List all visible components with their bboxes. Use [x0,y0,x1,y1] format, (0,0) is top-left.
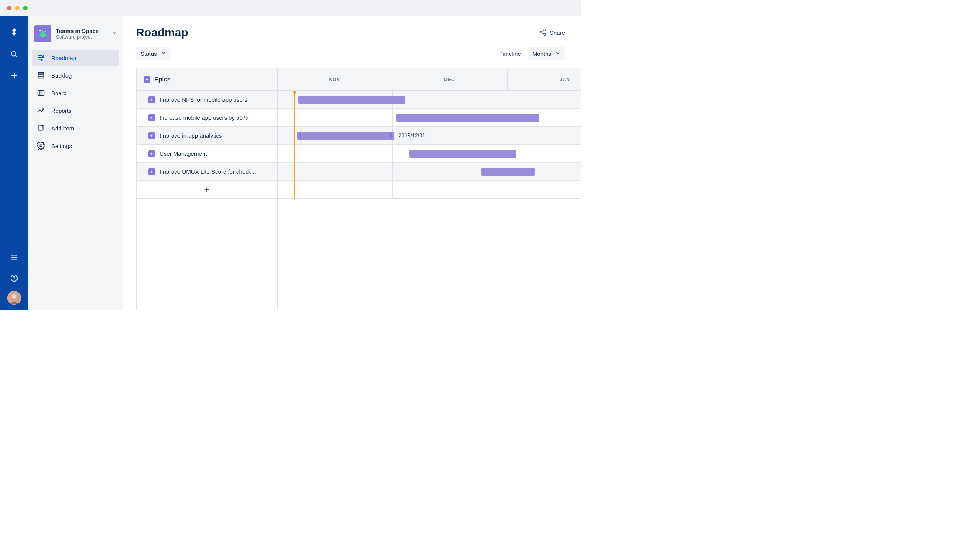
sidebar-item-reports[interactable]: Reports [32,103,119,119]
svg-point-24 [40,145,42,147]
sidebar-item-add-item[interactable]: Add item [32,120,119,136]
settings-icon [37,142,45,150]
project-sidebar: Teams in Space Software project RoadmapB… [28,16,123,310]
sidebar-item-board[interactable]: Board [32,85,119,101]
timeline-label: Timeline [500,50,521,57]
epic-icon [148,132,155,139]
gantt-row [278,145,581,163]
epic-icon [148,96,155,103]
global-nav [0,16,28,310]
timeline-scale-dropdown[interactable]: Months [528,47,565,60]
epic-row[interactable]: Improve in-app analytics [137,127,277,145]
create-icon[interactable] [7,68,22,83]
reports-icon [37,106,45,115]
gantt-row [278,109,581,127]
month-divider [508,181,508,198]
epic-bar[interactable] [396,114,539,122]
month-divider [392,181,393,198]
gantt-row [278,181,581,199]
status-label: Status [140,50,157,57]
sidebar-item-label: Roadmap [51,55,76,61]
svg-point-10 [12,294,16,299]
sidebar-item-label: Settings [51,143,72,149]
month-header-cell: NOV [278,68,392,90]
window-minimize-button[interactable] [15,6,20,10]
month-divider [392,145,393,162]
sidebar-item-settings[interactable]: Settings [32,138,119,154]
epic-row[interactable]: Improve UMUX Lite Score for check... [137,163,277,181]
page-header: Roadmap Share [136,26,581,39]
gantt-row [278,91,581,109]
board-icon [37,89,45,97]
backlog-icon [37,71,45,80]
app-window: Teams in Space Software project RoadmapB… [0,0,581,310]
project-header[interactable]: Teams in Space Software project [32,25,119,50]
sidebar-item-roadmap[interactable]: Roadmap [32,50,119,66]
page-title: Roadmap [136,26,188,39]
add-epic-button[interactable] [137,181,277,199]
project-name: Teams in Space [56,28,99,34]
svg-rect-15 [38,73,44,74]
epic-row[interactable]: Increase mobile app users by 50% [137,109,277,127]
epic-icon [144,76,150,83]
chevron-down-icon[interactable] [111,30,118,37]
epic-date-label: 2019/12/01 [399,132,425,138]
add-item-icon [37,124,45,132]
epic-label: Improve NPS for mobile app users [160,96,247,103]
search-icon[interactable] [7,47,22,62]
svg-point-25 [544,29,546,31]
project-type: Software project [56,34,99,40]
epic-bar[interactable] [297,132,394,140]
jira-logo-icon[interactable] [7,25,22,41]
month-divider [392,163,393,180]
menu-icon[interactable] [7,250,22,265]
gantt-rows: 2019/12/01 [278,91,581,199]
epic-column: Epics Improve NPS for mobile app usersIn… [137,68,278,310]
epic-bar[interactable] [409,150,516,158]
epic-label: Improve in-app analytics [160,132,222,139]
sidebar-nav-list: RoadmapBacklogBoardReportsAdd itemSettin… [32,50,119,154]
toolbar: Status Timeline Months [136,47,581,60]
timeline-column: NOVDECJAN 2019/12/01 [278,68,581,310]
svg-point-27 [544,33,546,35]
epic-bar[interactable] [481,168,535,176]
epic-row[interactable]: Improve NPS for mobile app users [137,91,277,109]
sidebar-item-label: Add item [51,125,74,132]
epic-column-header: Epics [137,68,277,91]
svg-rect-16 [38,75,44,76]
roadmap-icon [37,54,45,62]
epic-label: Improve UMUX Lite Score for check... [160,168,256,175]
svg-point-13 [42,55,44,57]
app-body: Teams in Space Software project RoadmapB… [0,16,581,310]
epic-label: Increase mobile app users by 50% [160,114,248,121]
status-filter-dropdown[interactable]: Status [136,47,171,60]
timeline-header: NOVDECJAN [278,68,581,91]
epic-header-label: Epics [154,76,171,83]
svg-point-26 [540,31,542,33]
timeline-controls: Timeline Months [500,47,565,60]
chevron-down-icon [555,50,560,57]
share-icon [539,28,547,37]
epic-bar[interactable] [298,96,405,104]
svg-rect-18 [38,91,44,96]
user-avatar[interactable] [7,291,21,305]
sidebar-item-label: Backlog [51,72,72,79]
share-button[interactable]: Share [539,28,565,37]
sidebar-item-backlog[interactable]: Backlog [32,67,119,83]
svg-line-28 [542,30,544,31]
epic-row[interactable]: User Management [137,145,277,163]
roadmap-grid: Epics Improve NPS for mobile app usersIn… [136,68,581,310]
help-icon[interactable] [7,270,22,286]
today-marker-dot [293,91,296,94]
share-label: Share [550,29,565,36]
svg-point-8 [14,280,15,280]
chevron-down-icon [161,50,166,57]
month-divider [508,127,508,144]
month-divider [392,109,393,126]
window-maximize-button[interactable] [23,6,28,10]
svg-line-29 [542,33,544,34]
window-close-button[interactable] [7,6,11,10]
sidebar-item-label: Board [51,90,67,96]
svg-point-0 [11,52,16,56]
gantt-row: 2019/12/01 [278,127,581,145]
